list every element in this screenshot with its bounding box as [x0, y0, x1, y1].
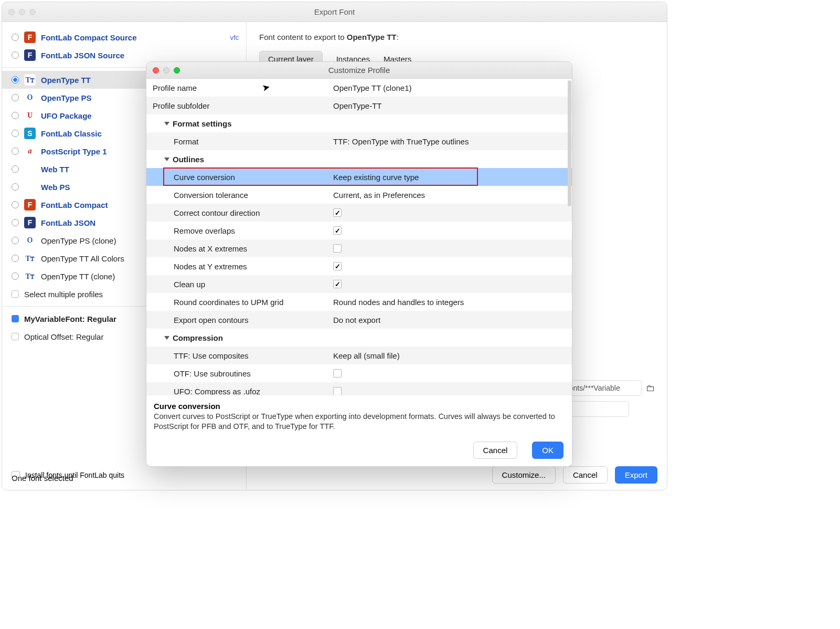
radio-icon[interactable] — [12, 201, 19, 208]
setting-row[interactable]: TTF: Use composites Keep all (small file… — [146, 347, 572, 364]
radio-icon[interactable] — [12, 34, 19, 41]
settings-scroll[interactable]: Profile name OpenType TT (clone1)Profile… — [146, 79, 572, 395]
setting-value[interactable]: OpenType-TT — [333, 101, 572, 110]
setting-row[interactable]: Remove overlaps — [146, 222, 572, 239]
profile-label: UFO Package — [41, 111, 92, 120]
checkbox-icon[interactable] — [333, 387, 342, 395]
radio-icon[interactable] — [12, 148, 19, 155]
export-titlebar: Export Font — [2, 2, 667, 22]
export-footer: Install fonts until FontLab quits Custom… — [12, 466, 657, 484]
setting-value[interactable]: OpenType TT (clone1) — [333, 83, 572, 92]
profile-row[interactable]: F FontLab Compact Source vfc — [2, 28, 246, 46]
checkbox-icon[interactable] — [12, 290, 19, 298]
profile-icon: F — [24, 217, 36, 228]
radio-icon[interactable] — [12, 255, 19, 262]
radio-icon[interactable] — [12, 94, 19, 101]
checkbox-icon[interactable] — [333, 369, 342, 378]
setting-row[interactable]: Clean up — [146, 275, 572, 293]
setting-row[interactable]: Curve conversion Keep existing curve typ… — [146, 168, 572, 186]
customize-button[interactable]: Customize... — [492, 466, 556, 484]
profile-label: Web TT — [41, 165, 69, 174]
setting-row[interactable]: Export open contours Do not export — [146, 311, 572, 329]
profile-icon: F — [24, 49, 36, 61]
profile-icon: Tᴛ — [24, 74, 36, 86]
setting-row[interactable]: Conversion tolerance Current, as in Pref… — [146, 186, 572, 204]
profile-icon: S — [24, 128, 36, 139]
chevron-down-icon[interactable] — [164, 122, 169, 125]
font-label: MyVariableFont: Regular — [24, 314, 116, 323]
profile-icon: U — [24, 110, 36, 121]
setting-key: Remove overlaps — [153, 226, 333, 235]
setting-key: OTF: Use subroutines — [153, 369, 333, 378]
setting-key: Export open contours — [153, 316, 333, 324]
setting-row[interactable]: Compression — [146, 329, 572, 347]
setting-row[interactable]: Correct contour direction — [146, 204, 572, 222]
profile-label: OpenType TT (clone) — [41, 272, 115, 281]
setting-key: Clean up — [153, 280, 333, 289]
setting-row[interactable]: Profile name OpenType TT (clone1) — [146, 79, 572, 97]
setting-row[interactable]: Outlines — [146, 150, 572, 168]
setting-row[interactable]: Nodes at X extremes — [146, 239, 572, 257]
profile-label: FontLab JSON Source — [41, 51, 124, 60]
setting-value[interactable]: Keep existing curve type — [333, 173, 572, 182]
profile-icon: F — [24, 32, 36, 43]
profile-label: OpenType TT — [41, 76, 91, 85]
checkbox-icon[interactable] — [12, 315, 19, 322]
close-icon[interactable] — [153, 67, 159, 74]
chevron-down-icon[interactable] — [164, 158, 169, 161]
radio-icon[interactable] — [12, 130, 19, 137]
radio-icon[interactable] — [12, 183, 19, 191]
install-label: Install fonts until FontLab quits — [25, 471, 124, 479]
section-header: Compression — [173, 333, 223, 342]
setting-key: TTF: Use composites — [153, 351, 333, 360]
setting-row[interactable]: OTF: Use subroutines — [146, 364, 572, 382]
checkbox-icon[interactable] — [333, 208, 342, 217]
checkbox-icon[interactable] — [333, 262, 342, 270]
cancel-button[interactable]: Cancel — [563, 466, 608, 484]
setting-row[interactable]: Format TTF: OpenType with TrueType outli… — [146, 132, 572, 150]
profile-label: PostScript Type 1 — [41, 147, 107, 156]
setting-key: UFO: Compress as .ufoz — [153, 387, 333, 395]
profile-icon: O — [24, 92, 36, 103]
radio-icon[interactable] — [12, 76, 19, 83]
profile-label: OpenType TT All Colors — [41, 254, 124, 263]
setting-key: Nodes at X extremes — [153, 244, 333, 253]
setting-row[interactable]: Profile subfolder OpenType-TT — [146, 97, 572, 114]
setting-key: Curve conversion — [153, 173, 333, 182]
content-to-export-label: Font content to export to OpenType TT: — [259, 33, 654, 41]
setting-key: Nodes at Y extremes — [153, 262, 333, 271]
minimize-icon[interactable] — [19, 9, 25, 15]
close-icon[interactable] — [8, 9, 15, 15]
setting-row[interactable]: Round coordinates to UPM grid Round node… — [146, 293, 572, 311]
maximize-icon[interactable] — [174, 67, 180, 74]
setting-value[interactable]: Round nodes and handles to integers — [333, 298, 572, 307]
setting-key: Format — [153, 137, 333, 146]
setting-value[interactable]: Keep all (small file) — [333, 351, 572, 360]
setting-value[interactable]: Do not export — [333, 316, 572, 324]
profile-icon — [24, 181, 36, 193]
setting-row[interactable]: Nodes at Y extremes — [146, 257, 572, 275]
radio-icon[interactable] — [12, 272, 19, 280]
folder-icon[interactable]: 🗀 — [646, 383, 655, 394]
radio-icon[interactable] — [12, 219, 19, 226]
checkbox-icon[interactable] — [12, 333, 19, 340]
radio-icon[interactable] — [12, 237, 19, 244]
maximize-icon[interactable] — [29, 9, 36, 15]
scrollbar-thumb[interactable] — [568, 80, 571, 206]
dialog-titlebar: Customize Profile — [146, 62, 572, 79]
radio-icon[interactable] — [12, 112, 19, 119]
setting-value[interactable]: Current, as in Preferences — [333, 191, 572, 200]
setting-row[interactable]: Format settings — [146, 114, 572, 132]
radio-icon[interactable] — [12, 51, 19, 59]
install-checkbox[interactable] — [12, 471, 20, 479]
ok-button[interactable]: OK — [532, 442, 563, 459]
radio-icon[interactable] — [12, 165, 19, 173]
checkbox-icon[interactable] — [333, 280, 342, 288]
cancel-button[interactable]: Cancel — [473, 442, 518, 459]
setting-row[interactable]: UFO: Compress as .ufoz — [146, 382, 572, 395]
setting-value[interactable]: TTF: OpenType with TrueType outlines — [333, 137, 572, 146]
chevron-down-icon[interactable] — [164, 336, 169, 340]
export-button[interactable]: Export — [615, 466, 657, 484]
checkbox-icon[interactable] — [333, 226, 342, 235]
checkbox-icon[interactable] — [333, 244, 342, 253]
